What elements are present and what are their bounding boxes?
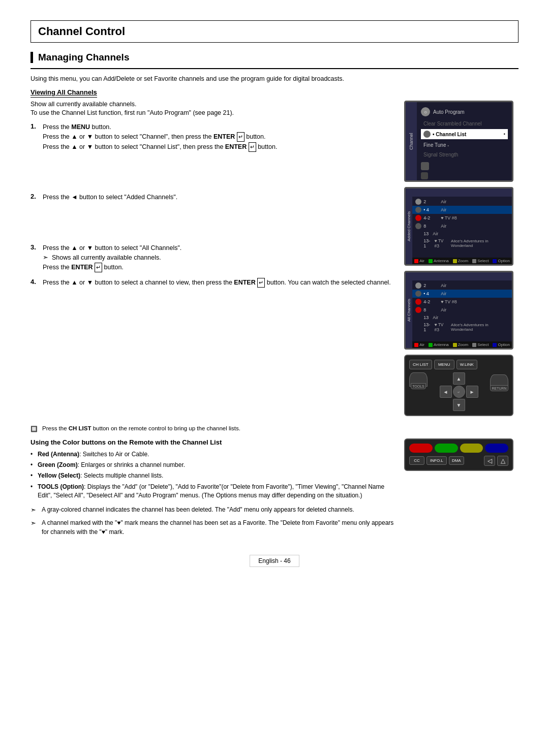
ch-item: 13-1 ♥ TV #3 Alice's Adventures in Wonde… [412, 321, 512, 333]
menu-signal-strength: Signal Strength [421, 150, 508, 159]
dpad-enter[interactable]: ↵ [453, 386, 465, 398]
dpad-down[interactable]: ▼ [453, 399, 465, 411]
all-channels-label: All Channels [406, 272, 412, 348]
blue-button[interactable] [485, 444, 508, 453]
wlink-button[interactable]: W.LINK [456, 360, 477, 369]
all-channels-screen: All Channels 2 Air • 4 Air [404, 271, 513, 350]
step-1-number: 1. [30, 122, 39, 130]
ch-item: 8 Air [412, 222, 512, 230]
color-remote: CC INFO.L DMA ◁ △ [404, 438, 513, 471]
step-3: 3. Press the ▲ or ▼ button to select "Al… [30, 243, 395, 273]
ch-item-selected: • 4 Air [412, 290, 512, 298]
remote-top: CH LIST MENU W.LINK TOOLS ▲ [404, 355, 513, 416]
dpad-up[interactable]: ▲ [453, 372, 465, 385]
bullet-tools: TOOLS (Option): Displays the "Add" (or "… [30, 483, 395, 500]
step-3-text: Press the ▲ or ▼ button to select "All C… [43, 243, 181, 273]
viewing-desc-1: Show all currently available channels. [30, 101, 395, 108]
step-2: 2. Press the ◄ button to select "Added C… [30, 193, 395, 202]
step-1: 1. Press the MENU button. Press the ▲ or… [30, 122, 395, 152]
step-4-number: 4. [30, 278, 39, 286]
ch-item: 13 Air [412, 230, 512, 237]
ch-item: 2 Air [412, 281, 512, 290]
ch-item: 4-2 ♥ TV #8 [412, 298, 512, 306]
intro-text: Using this menu, you can Add/Delete or s… [30, 75, 518, 82]
step-4: 4. Press the ▲ or ▼ button to select a c… [30, 278, 395, 288]
dpad-right[interactable]: ► [466, 386, 478, 398]
dma-button[interactable]: DMA [449, 456, 464, 465]
menu-clear-scrambled: Clear Scrambled Channel [421, 119, 508, 128]
red-button[interactable] [409, 444, 433, 453]
step-3-number: 3. [30, 243, 39, 251]
channel-menu-content: ○ Auto Program Clear Scrambled Channel •… [417, 102, 512, 180]
yellow-button[interactable] [460, 444, 483, 453]
step-4-text: Press the ▲ or ▼ button to select a chan… [43, 278, 391, 288]
ch-list-note: 🔲 Press the CH LIST button on the remote… [30, 424, 518, 433]
menu-channel-list: • Channel List [433, 132, 466, 137]
tools-label: TOOLS [412, 385, 424, 388]
bullet-yellow: Yellow (Select): Selects multiple channe… [30, 471, 395, 480]
green-button[interactable] [435, 444, 458, 453]
ch-item: 2 Air [412, 198, 512, 206]
ch-item: 13-1 ♥ TV #3 Alice's Adventures in Wonde… [412, 237, 512, 249]
step-2-text: Press the ◄ button to select "Added Chan… [43, 193, 177, 202]
color-remote-section: CC INFO.L DMA ◁ △ [404, 438, 518, 540]
step-2-number: 2. [30, 193, 39, 200]
using-color-section: Using the Color buttons on the Remote wi… [30, 438, 395, 540]
ch-footer: Air Antenna Zoom Select Option [412, 258, 512, 264]
using-color-title: Using the Color buttons on the Remote wi… [30, 438, 395, 446]
added-channels-screen: Added Channels 2 Air • 4 Air [404, 187, 513, 266]
color-buttons-row [409, 444, 508, 453]
added-channels-header [412, 188, 512, 197]
step-1-text: Press the MENU button. Press the ▲ or ▼ … [43, 122, 277, 152]
ch-footer-2: Air Antenna Zoom Select Option [412, 341, 512, 348]
page-footer: English - 46 [250, 555, 299, 567]
dpad-left[interactable]: ◄ [440, 386, 452, 398]
remote-top-row: CH LIST MENU W.LINK [409, 360, 508, 369]
gray-note-2: ➣ A channel marked with the "♥" mark mea… [30, 518, 395, 537]
section-title: Managing Channels [30, 52, 518, 63]
menu-auto-program: Auto Program [433, 109, 465, 115]
all-channels-header [412, 272, 512, 280]
color-bullets-list: Red (Antenna): Switches to Air or Cable.… [30, 450, 395, 500]
infol-button[interactable]: INFO.L [426, 456, 447, 465]
dpad: ▲ ◄ ↵ ► ▼ [440, 372, 478, 411]
channel-sidebar-label: Channel [406, 102, 417, 180]
added-channels-list: 2 Air • 4 Air 4-2 ♥ TV #8 [412, 188, 512, 264]
channel-menu-screen: Channel ○ Auto Program Clear Scrambled C… [404, 101, 513, 182]
bullet-red: Red (Antenna): Switches to Air or Cable. [30, 450, 395, 459]
all-channels-list: 2 Air • 4 Air 4-2 ♥ TV #8 [412, 272, 512, 348]
ch-item-selected: • 4 Air [412, 206, 512, 214]
ch-list-button[interactable]: CH LIST [409, 360, 432, 369]
viewing-desc-2: To use the Channel List function, first … [30, 109, 395, 116]
screens-column: Channel ○ Auto Program Clear Scrambled C… [404, 101, 518, 416]
ch-item: 8 Air [412, 306, 512, 314]
cc-button[interactable]: CC [409, 456, 424, 465]
page-title: Channel Control [30, 20, 518, 43]
bullet-green: Green (Zoom): Enlarges or shrinks a chan… [30, 461, 395, 469]
menu-button[interactable]: MENU [434, 360, 454, 369]
added-channels-label: Added Channels [406, 188, 412, 264]
ch-item: 13 Air [412, 314, 512, 321]
menu-fine-tune: Fine Tune • [421, 141, 508, 149]
subsection-title: Viewing All Channels [30, 88, 97, 98]
ch-item: 4-2 ♥ TV #8 [412, 214, 512, 222]
return-label: RETURN [492, 387, 506, 390]
gray-note-1: ➣ A gray-colored channel indicates the c… [30, 505, 395, 515]
remote-bottom-row: CC INFO.L DMA ◁ △ [409, 456, 508, 466]
